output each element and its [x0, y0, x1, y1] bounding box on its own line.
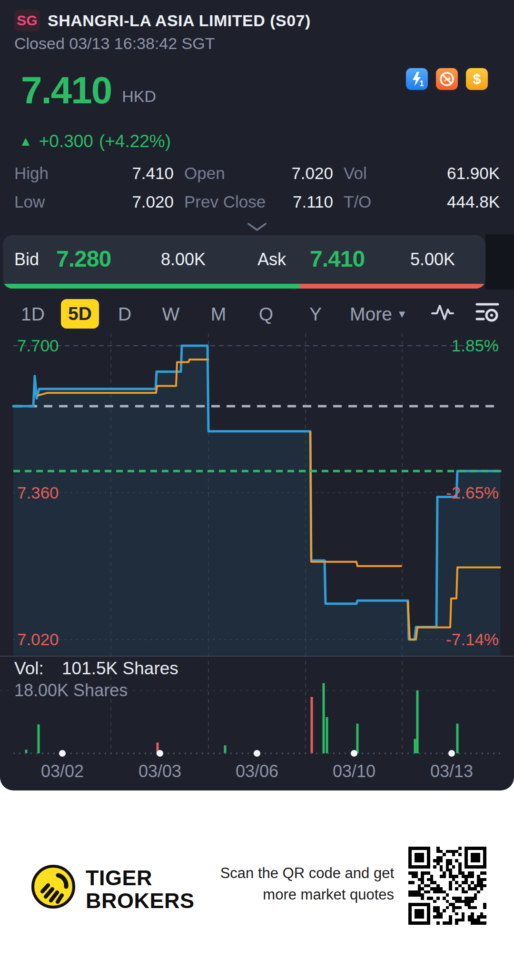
change-row: ▲ +0.300 (+4.22%): [19, 131, 177, 151]
short-unavailable-icon[interactable]: [436, 68, 458, 90]
order-book-edge: [485, 234, 514, 290]
ask-size: 5.00K: [410, 250, 455, 270]
svg-text:03/13: 03/13: [430, 761, 473, 781]
caret-down-icon: ▼: [397, 308, 407, 320]
change-value: +0.300: [39, 131, 93, 151]
bid-ask-panel[interactable]: Bid 7.280 8.00K Ask 7.410 5.00K: [3, 235, 485, 289]
svg-text:18.00K Shares: 18.00K Shares: [14, 680, 128, 700]
svg-text:-2.65%: -2.65%: [446, 483, 499, 502]
qr-caption: Scan the QR code and get more market quo…: [181, 863, 394, 906]
svg-text:-7.14%: -7.14%: [446, 630, 499, 649]
change-percent: (+4.22%): [99, 131, 171, 151]
svg-text:7.700: 7.700: [17, 336, 59, 355]
last-price: 7.410: [21, 71, 111, 110]
price-block: 7.410 HKD: [21, 71, 156, 110]
tab-q[interactable]: Q: [259, 304, 273, 325]
tab-w[interactable]: W: [162, 304, 180, 325]
svg-text:7.020: 7.020: [17, 630, 59, 649]
ask-price: 7.410: [310, 246, 365, 272]
qr-caption-line-1: Scan the QR code and get: [181, 863, 394, 884]
ask-label: Ask: [257, 250, 286, 270]
svg-text:03/10: 03/10: [333, 761, 376, 781]
currency-icon[interactable]: $: [466, 68, 488, 90]
bid-price: 7.280: [56, 246, 111, 272]
brand-line-1: TIGER: [86, 867, 195, 890]
svg-text:1.85%: 1.85%: [452, 336, 499, 355]
chart-settings-icon[interactable]: [474, 301, 501, 327]
svg-text:03/03: 03/03: [138, 761, 181, 781]
stats-row-2: Low 7.020 Prev Close 7.110 T/O 444.8K: [14, 192, 500, 213]
line-chart-type-icon[interactable]: [430, 301, 455, 325]
brand-line-2: BROKERS: [86, 890, 195, 912]
dollar-glyph: $: [473, 71, 481, 87]
stat-value: 7.110: [184, 192, 333, 211]
svg-text:03/06: 03/06: [236, 761, 278, 781]
more-label: More: [350, 304, 392, 325]
tab-5d-active[interactable]: 5D: [61, 299, 99, 329]
tab-y[interactable]: Y: [309, 304, 322, 325]
stock-title: SHANGRI-LA ASIA LIMITED (S07): [48, 11, 311, 30]
feature-badges: 1 $: [406, 68, 488, 90]
brand-name: TIGER BROKERS: [86, 867, 195, 912]
stats-row-1: High 7.410 Open 7.020 Vol 61.90K: [14, 164, 500, 185]
bid-label: Bid: [14, 250, 39, 270]
tab-more[interactable]: More ▼: [350, 304, 407, 325]
ask-ratio-red: [300, 284, 485, 289]
bid-size: 8.00K: [161, 250, 206, 270]
stat-value: 61.90K: [344, 164, 500, 183]
svg-text:03/02: 03/02: [41, 761, 84, 781]
bid-ask-ratio-bar: [3, 284, 485, 289]
market-status: Closed 03/13 16:38:42 SGT: [14, 34, 215, 53]
qr-code: [408, 847, 486, 925]
stat-value: 7.410: [14, 164, 174, 183]
bid-ratio-green: [3, 284, 300, 289]
tab-d[interactable]: D: [118, 304, 131, 325]
quote-panel: SG SHANGRI-LA ASIA LIMITED (S07) Closed …: [0, 0, 514, 790]
market-badge: SG: [14, 10, 40, 31]
up-arrow-icon: ▲: [19, 134, 32, 149]
tab-m[interactable]: M: [211, 304, 227, 325]
tab-1d[interactable]: 1D: [21, 304, 45, 325]
period-tabs: 1D 5D D W M Q Y More ▼: [0, 290, 514, 333]
svg-text:Vol:: Vol:: [14, 659, 44, 678]
flash-order-icon[interactable]: 1: [406, 68, 428, 90]
tiger-logo-icon: [30, 863, 77, 912]
stat-value: 444.8K: [344, 192, 500, 211]
collapse-chevron-icon[interactable]: [247, 222, 267, 234]
stat-value: 7.020: [14, 192, 174, 211]
price-chart[interactable]: 03/0203/0303/0603/1003/137.7001.85%7.360…: [0, 333, 514, 790]
svg-text:101.5K Shares: 101.5K Shares: [62, 659, 178, 678]
svg-text:7.360: 7.360: [17, 483, 59, 502]
stat-value: 7.020: [184, 164, 333, 183]
price-currency: HKD: [122, 87, 156, 106]
qr-caption-line-2: more market quotes: [181, 884, 394, 906]
flash-number: 1: [420, 80, 424, 87]
